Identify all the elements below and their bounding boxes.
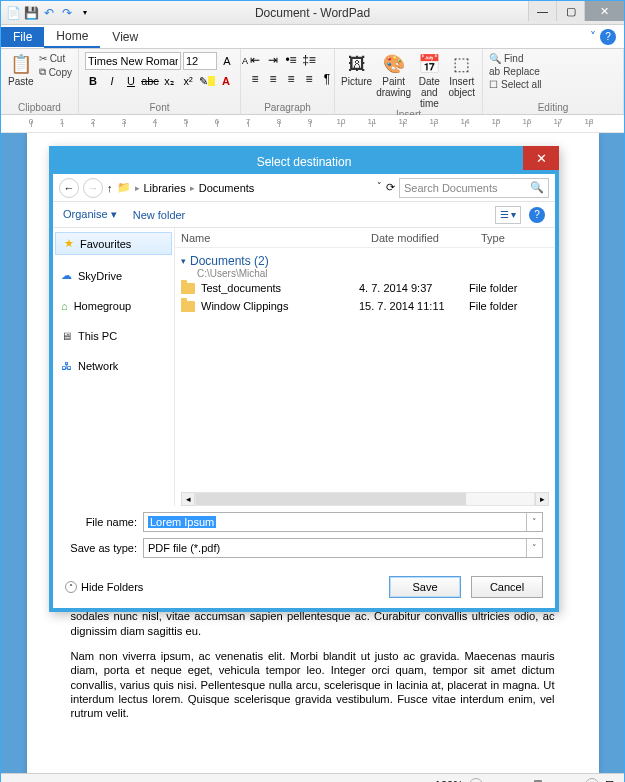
line-spacing-button[interactable]: ‡≡ (301, 52, 317, 68)
dialog-close-button[interactable]: ✕ (523, 146, 559, 170)
file-type: File folder (469, 300, 549, 312)
insert-object-button[interactable]: ⬚Insert object (448, 52, 476, 98)
view-mode-button[interactable]: ☰ ▾ (495, 206, 521, 224)
document-body[interactable]: sollicitudin nulla. Aenean dignissim est… (71, 595, 555, 721)
network-icon: 🖧 (61, 360, 72, 372)
zoom-out-button[interactable]: − (469, 778, 483, 783)
decrease-indent-button[interactable]: ⇤ (247, 52, 263, 68)
grow-font-button[interactable]: A (219, 53, 235, 69)
view-tab[interactable]: View (100, 27, 150, 47)
maximize-button[interactable]: ▢ (556, 1, 584, 21)
copy-button[interactable]: ⧉Copy (39, 65, 72, 79)
paste-button[interactable]: 📋Paste (7, 52, 35, 87)
replace-label: Replace (503, 66, 540, 77)
sidebar-item-homegroup[interactable]: ⌂Homegroup (53, 296, 174, 316)
sidebar-item-label: Homegroup (74, 300, 131, 312)
file-name-dropdown-icon[interactable]: ˅ (526, 513, 542, 531)
ruler[interactable]: 0123456789101112131415161718 (1, 115, 624, 133)
bold-button[interactable]: B (85, 73, 101, 89)
folder-group-header[interactable]: ▾Documents (2) (175, 248, 555, 268)
replace-button[interactable]: abReplace (489, 65, 540, 78)
file-tab[interactable]: File (1, 27, 44, 47)
select-all-label: Select all (501, 79, 542, 90)
hide-folders-button[interactable]: ˄Hide Folders (65, 581, 143, 593)
horizontal-scrollbar[interactable]: ◂ ▸ (181, 492, 549, 506)
font-size-select[interactable] (183, 52, 217, 70)
file-row[interactable]: Test_documents 4. 7. 2014 9:37 File fold… (175, 279, 555, 297)
ribbon-toggle-icon[interactable]: ˅ (590, 30, 596, 44)
font-family-select[interactable] (85, 52, 181, 70)
file-date: 4. 7. 2014 9:37 (359, 282, 469, 294)
view-mode-icon[interactable]: ⊞ (605, 778, 614, 782)
file-name-input[interactable]: Lorem Ipsum˅ (143, 512, 543, 532)
paragraph-text[interactable]: Nam non viverra ipsum, ac venenatis elit… (71, 649, 555, 721)
col-name-header[interactable]: Name (175, 232, 365, 244)
font-color-button[interactable]: A (218, 73, 234, 89)
datetime-button[interactable]: 📅Date and time (415, 52, 443, 109)
highlight-button[interactable]: ✎ (199, 73, 215, 89)
align-left-button[interactable]: ≡ (247, 71, 263, 87)
sidebar-item-this-pc[interactable]: 🖥This PC (53, 326, 174, 346)
paint-button[interactable]: 🎨Paint drawing (376, 52, 411, 98)
sidebar-item-skydrive[interactable]: ☁SkyDrive (53, 265, 174, 286)
font-label: Font (85, 102, 234, 113)
cancel-button[interactable]: Cancel (471, 576, 543, 598)
save-type-dropdown-icon[interactable]: ˅ (526, 539, 542, 557)
align-right-button[interactable]: ≡ (283, 71, 299, 87)
home-tab[interactable]: Home (44, 26, 100, 48)
paragraph-mark-button[interactable]: ¶ (319, 71, 335, 87)
subscript-button[interactable]: x₂ (161, 73, 177, 89)
col-date-header[interactable]: Date modified (365, 232, 475, 244)
organise-button[interactable]: Organise ▾ (63, 208, 117, 221)
breadcrumb-item[interactable]: Libraries (144, 182, 186, 194)
underline-button[interactable]: U (123, 73, 139, 89)
picture-button[interactable]: 🖼Picture (341, 52, 372, 87)
refresh-icon[interactable]: ⟳ (386, 181, 395, 194)
file-row[interactable]: Window Clippings 15. 7. 2014 11:11 File … (175, 297, 555, 315)
zoom-in-button[interactable]: + (585, 778, 599, 783)
group-subpath: C:\Users\Michal (175, 268, 555, 279)
minimize-button[interactable]: — (528, 1, 556, 21)
col-type-header[interactable]: Type (475, 232, 555, 244)
file-list: Name Date modified Type ▾Documents (2) C… (175, 228, 555, 506)
cut-button[interactable]: ✂Cut (39, 52, 72, 65)
select-all-button[interactable]: ☐Select all (489, 78, 542, 91)
align-center-button[interactable]: ≡ (265, 71, 281, 87)
redo-icon[interactable]: ↷ (59, 4, 75, 22)
save-type-select[interactable]: PDF file (*.pdf)˅ (143, 538, 543, 558)
sidebar-favourites[interactable]: ★Favourites (55, 232, 172, 255)
save-button[interactable]: Save (389, 576, 461, 598)
app-icon: 📄 (5, 4, 21, 22)
superscript-button[interactable]: x² (180, 73, 196, 89)
search-input[interactable]: Search Documents🔍 (399, 178, 549, 198)
dialog-sidebar: ★Favourites ☁SkyDrive ⌂Homegroup 🖥This P… (53, 228, 175, 506)
file-name-label: File name: (65, 516, 143, 528)
file-name: Test_documents (201, 282, 281, 294)
qat-dropdown-icon[interactable]: ▾ (77, 4, 93, 22)
increase-indent-button[interactable]: ⇥ (265, 52, 281, 68)
file-type: File folder (469, 282, 549, 294)
breadcrumb-item[interactable]: Documents (199, 182, 255, 194)
dialog-help-icon[interactable]: ? (529, 207, 545, 223)
find-button[interactable]: 🔍Find (489, 52, 523, 65)
sidebar-item-network[interactable]: 🖧Network (53, 356, 174, 376)
dialog-toolbar: Organise ▾ New folder ☰ ▾ ? (53, 202, 555, 228)
breadcrumb-dropdown-icon[interactable]: ˅ (377, 181, 382, 194)
nav-forward-button[interactable]: → (83, 178, 103, 198)
replace-icon: ab (489, 66, 500, 77)
strike-button[interactable]: abc (142, 73, 158, 89)
new-folder-button[interactable]: New folder (133, 209, 186, 221)
save-icon[interactable]: 💾 (23, 4, 39, 22)
nav-back-button[interactable]: ← (59, 178, 79, 198)
close-button[interactable]: ✕ (584, 1, 624, 21)
nav-up-button[interactable]: ↑ (107, 182, 113, 194)
breadcrumb[interactable]: 📁 ▸ Libraries ▸ Documents ˅⟳ (117, 181, 396, 194)
align-justify-button[interactable]: ≡ (301, 71, 317, 87)
bullet-list-button[interactable]: •≡ (283, 52, 299, 68)
statusbar: 100% − + ⊞ (1, 773, 624, 782)
scroll-right-button[interactable]: ▸ (535, 492, 549, 506)
italic-button[interactable]: I (104, 73, 120, 89)
undo-icon[interactable]: ↶ (41, 4, 57, 22)
scroll-left-button[interactable]: ◂ (181, 492, 195, 506)
help-icon[interactable]: ? (600, 29, 616, 45)
